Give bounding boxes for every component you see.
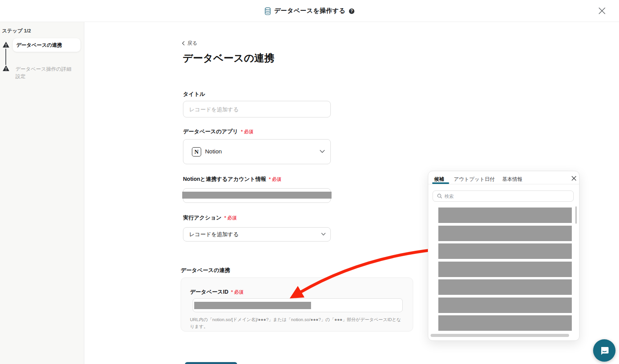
account-value-redaction xyxy=(182,192,332,199)
modal-title: データベースを操作する xyxy=(274,7,345,15)
title-input[interactable] xyxy=(183,101,331,117)
sidebar-step-database-link[interactable]: データベースの連携 xyxy=(13,38,80,52)
notion-icon: N xyxy=(192,147,201,156)
action-select-value: レコードを追加する xyxy=(189,231,239,238)
redacted-list-item[interactable] xyxy=(438,262,572,277)
redacted-list-item[interactable] xyxy=(438,226,572,241)
redacted-list-item[interactable] xyxy=(438,208,572,223)
back-label: 戻る xyxy=(187,40,197,47)
db-id-value-redaction xyxy=(194,302,311,309)
search-icon xyxy=(437,194,442,199)
account-field-label: Notionと連携するアカウント情報* 必須 xyxy=(183,176,281,183)
page-title: データベースの連携 xyxy=(183,51,274,65)
action-select[interactable]: レコードを追加する xyxy=(183,227,331,242)
vertical-scrollbar[interactable] xyxy=(575,206,577,224)
step-counter: ステップ 1/2 xyxy=(2,27,31,34)
chevron-down-icon xyxy=(320,150,325,153)
db-id-label: データベースID* 必須 xyxy=(190,289,243,296)
required-badge: * 必須 xyxy=(224,215,237,221)
modal-close-icon[interactable] xyxy=(598,7,606,15)
database-icon xyxy=(265,7,271,15)
redacted-list-item[interactable] xyxy=(438,279,572,295)
title-field-label: タイトル xyxy=(183,91,205,98)
app-select-value: Notion xyxy=(205,148,222,155)
required-badge: * 必須 xyxy=(269,177,281,182)
tab-output[interactable]: アウトプット xyxy=(454,176,485,183)
steps-sidebar: ステップ 1/2 データベースの連携 データベース操作の詳細設定 xyxy=(0,22,84,364)
action-field-label: 実行アクション* 必須 xyxy=(183,214,237,221)
chat-launcher-button[interactable] xyxy=(593,339,616,362)
db-link-section-label: データベースの連携 xyxy=(181,267,230,274)
database-operation-modal: データベースを操作する ? ステップ 1/2 データベースの連携 データベース操… xyxy=(0,0,619,364)
redacted-list-item[interactable] xyxy=(438,315,572,331)
suggestion-panel: 候補 アウトプット 日付 基本情報 xyxy=(428,171,580,341)
submit-button-partial[interactable] xyxy=(185,362,237,364)
tab-kouho[interactable]: 候補 xyxy=(434,176,444,183)
back-link[interactable]: 戻る xyxy=(182,40,197,47)
warning-triangle-icon xyxy=(3,65,9,71)
horizontal-scrollbar[interactable] xyxy=(431,334,569,337)
app-field-label: データベースのアプリ* 必須 xyxy=(183,128,253,135)
active-tab-indicator xyxy=(432,182,449,184)
panel-list xyxy=(438,208,572,333)
app-select[interactable]: N Notion xyxy=(183,139,331,164)
modal-header: データベースを操作する ? xyxy=(0,0,619,22)
panel-tabs: 候補 アウトプット 日付 基本情報 xyxy=(428,171,579,184)
warning-triangle-icon xyxy=(3,42,9,48)
panel-close-icon[interactable] xyxy=(571,175,577,181)
panel-search-box[interactable] xyxy=(433,191,574,202)
step-connector-line xyxy=(5,49,6,65)
help-icon[interactable]: ? xyxy=(349,9,354,14)
speech-bubble-icon xyxy=(599,345,610,356)
sidebar-step-detail-settings[interactable]: データベース操作の詳細設定 xyxy=(15,66,74,80)
redacted-list-item[interactable] xyxy=(438,298,572,313)
redacted-list-item[interactable] xyxy=(438,243,572,259)
chevron-left-icon xyxy=(182,41,185,46)
panel-search-input[interactable] xyxy=(445,194,561,199)
tab-date[interactable]: 日付 xyxy=(485,176,495,183)
chevron-down-icon xyxy=(321,233,326,236)
db-id-help-text: URL内の「notion.so/[ドメイン名]/●●●?」または「notion.… xyxy=(190,316,402,330)
required-badge: * 必須 xyxy=(241,129,253,134)
db-link-card: データベースID* 必須 URL内の「notion.so/[ドメイン名]/●●●… xyxy=(181,277,413,332)
required-badge: * 必須 xyxy=(231,289,243,295)
step-1-label: データベースの連携 xyxy=(16,42,62,49)
tab-basic-info[interactable]: 基本情報 xyxy=(502,176,522,183)
